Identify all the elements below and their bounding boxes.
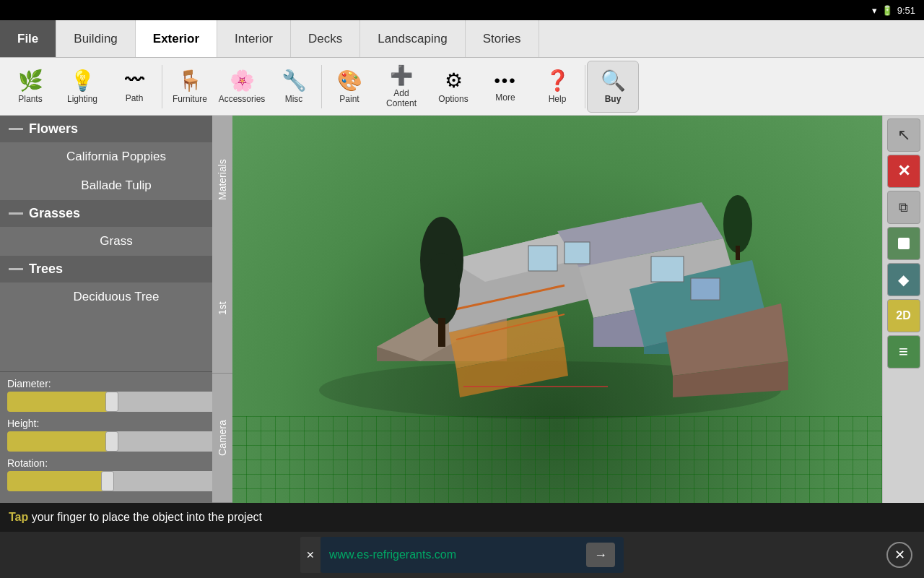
rotation-thumb[interactable] [101,471,114,491]
tab-interior[interactable]: Interior [217,20,291,57]
house-model [305,144,796,419]
toolbar: 🌿 Plants 💡 Lighting 〰 Path 🪑 Furniture 🌸… [0,58,924,116]
svg-point-24 [723,195,752,253]
tool-add-content-label: Add Content [378,88,424,108]
tool-accessories-label: Accessories [219,94,266,104]
rotation-slider[interactable] [7,471,225,491]
tool-furniture-label: Furniture [173,94,207,104]
category-grasses[interactable]: Grasses [0,200,232,227]
3d-viewport[interactable] [232,116,882,503]
tool-misc[interactable]: 🔧 Misc [268,61,320,113]
grasses-dash-icon [9,212,23,215]
side-tab-1st[interactable]: 1st [212,244,232,374]
tab-exterior[interactable]: Exterior [136,20,217,57]
grasses-label: Grasses [29,206,80,221]
ad-dismiss-x[interactable]: ✕ [300,537,321,573]
ad-close-button[interactable]: ✕ [886,542,912,568]
tool-help[interactable]: ❓ Help [531,61,583,113]
tab-landscaping[interactable]: Landscaping [360,20,465,57]
category-flowers[interactable]: Flowers [0,116,232,142]
tool-furniture[interactable]: 🪑 Furniture [164,61,216,113]
2d-button[interactable]: 2D [887,299,920,332]
more-icon: ••• [494,71,516,91]
ad-url: www.es-refrigerants.com [329,548,456,561]
help-icon: ❓ [545,69,570,92]
misc-icon: 🔧 [282,69,307,92]
path-icon: 〰 [125,69,144,92]
toolbar-separator-1 [162,65,162,108]
buy-icon: 🔍 [601,69,626,92]
height-thumb[interactable] [105,431,118,452]
cursor-button[interactable]: ↖ [887,118,920,152]
tool-paint[interactable]: 🎨 Paint [323,61,375,113]
side-tab-camera[interactable]: Camera [212,374,232,503]
status-bar: ▾ 🔋 9:51 [0,0,924,20]
sliders-panel: Diameter: Height: Rotation: [0,371,232,503]
status-bottom: Tap your finger to place the object into… [0,503,924,532]
time-display: 9:51 [897,5,915,16]
tool-lighting-label: Lighting [67,94,97,104]
tool-buy-label: Buy [605,94,622,104]
object-button[interactable] [887,227,920,260]
ground-grid [232,416,882,503]
svg-rect-25 [736,246,740,260]
tool-help-label: Help [549,94,567,104]
copy-button[interactable]: ⧉ [887,191,920,224]
canvas-area[interactable] [232,116,882,503]
svg-rect-19 [651,256,684,282]
tool-options[interactable]: ⚙ Options [427,61,479,113]
plant-california-poppies[interactable]: California Poppies [0,142,232,171]
tab-bar: File Building Exterior Interior Decks La… [0,20,924,58]
rotation-slider-row: Rotation: [7,457,225,491]
tool-accessories[interactable]: 🌸 Accessories [216,61,268,113]
svg-rect-17 [528,246,557,271]
tool-add-content[interactable]: ➕ Add Content [375,61,427,113]
tab-decks[interactable]: Decks [291,20,360,57]
flowers-label: Flowers [29,121,78,137]
furniture-icon: 🪑 [178,69,203,92]
tool-buy[interactable]: 🔍 Buy [587,61,639,113]
svg-rect-20 [691,278,720,300]
trees-dash-icon [9,268,23,270]
paint-icon: 🎨 [337,69,362,92]
tool-more-label: More [495,92,515,103]
tool-plants-label: Plants [18,94,42,104]
rotation-label: Rotation: [7,457,225,469]
add-content-icon: ➕ [390,64,413,87]
trees-label: Trees [29,262,63,277]
svg-point-22 [424,253,460,325]
tool-plants[interactable]: 🌿 Plants [4,61,56,113]
tool-options-label: Options [438,94,468,104]
plant-grass[interactable]: Grass [0,227,232,256]
delete-button[interactable]: ✕ [887,155,920,188]
ad-arrow-button[interactable]: → [586,543,615,567]
tool-lighting[interactable]: 💡 Lighting [56,61,108,113]
plant-list: Flowers California Poppies Ballade Tulip… [0,116,232,371]
options-icon: ⚙ [445,69,463,92]
ad-bar: ✕ www.es-refrigerants.com → ✕ [0,532,924,578]
layer-button[interactable]: ≡ [887,335,920,368]
plant-deciduous-tree[interactable]: Deciduous Tree [0,282,232,311]
side-tab-materials[interactable]: Materials [212,116,232,244]
tab-file[interactable]: File [0,20,56,57]
material-button[interactable]: ◆ [887,263,920,296]
diameter-slider[interactable] [7,392,225,412]
tab-stories[interactable]: Stories [466,20,539,57]
left-panel: Flowers California Poppies Ballade Tulip… [0,116,232,503]
diameter-label: Diameter: [7,378,225,389]
svg-rect-27 [898,238,910,249]
right-toolbar: ↖ ✕ ⧉ ◆ 2D ≡ [882,116,924,503]
tool-path[interactable]: 〰 Path [108,61,160,113]
flowers-dash-icon [9,128,23,130]
category-trees[interactable]: Trees [0,256,232,282]
main-area: Flowers California Poppies Ballade Tulip… [0,116,924,503]
height-slider[interactable] [7,431,225,452]
lighting-icon: 💡 [70,69,95,92]
diameter-thumb[interactable] [105,392,118,412]
tool-more[interactable]: ••• More [479,61,531,113]
tab-building[interactable]: Building [56,20,136,57]
plants-icon: 🌿 [18,69,43,92]
accessories-icon: 🌸 [230,69,255,92]
ad-close-icon: ✕ [894,547,905,563]
plant-ballade-tulip[interactable]: Ballade Tulip [0,171,232,200]
